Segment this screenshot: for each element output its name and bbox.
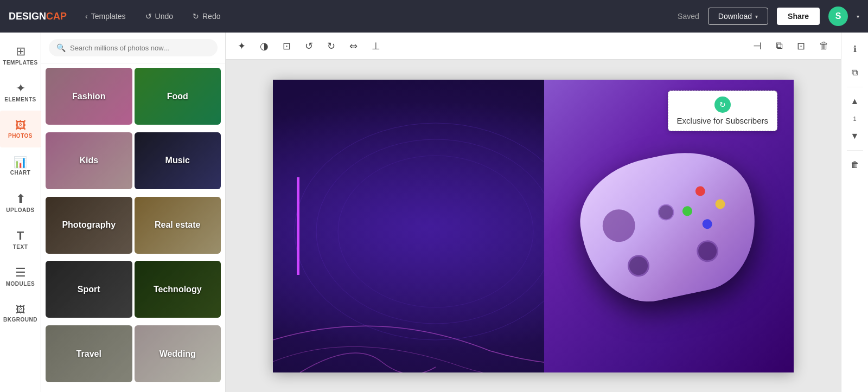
chevron-left-icon: ‹ — [85, 12, 88, 21]
magic-tool-button[interactable]: ✦ — [234, 38, 249, 54]
sidebar-item-uploads[interactable]: ⬆ UPLOADS — [0, 184, 41, 221]
exclusive-badge[interactable]: ↻ Exclusive for Subscribers — [668, 91, 777, 131]
layer-number: 1 — [853, 115, 856, 122]
sidebar-item-modules[interactable]: ☰ MODULES — [0, 258, 41, 295]
download-button[interactable]: Download ▾ — [708, 8, 768, 25]
sidebar-item-chart[interactable]: 📊 CHART — [0, 147, 41, 184]
modules-icon: ☰ — [15, 267, 26, 279]
right-panel: ℹ ⧉ ▲ 1 ▼ 🗑 — [841, 33, 868, 392]
avatar[interactable]: S — [828, 7, 848, 26]
logo-cap: CAP — [46, 11, 67, 22]
search-input-wrap[interactable]: 🔍 — [49, 39, 218, 56]
canvas-purple-bar — [297, 177, 299, 275]
sidebar-chart-label: CHART — [10, 170, 31, 176]
controller-thumbstick-left — [626, 253, 651, 278]
canvas-area: ✦ ◑ ⊡ ↺ ↻ ⇔ ⊥ ⊣ ⧉ ⊡ 🗑 — [226, 33, 841, 392]
align-tool-button[interactable]: ⊥ — [368, 38, 384, 54]
category-music-label: Music — [165, 156, 190, 165]
redo-label: Redo — [202, 12, 220, 21]
canvas[interactable]: 10 HACKS EVERY PRO GAMER SHOULD KNOW — [273, 80, 794, 372]
flip-tool-button[interactable]: ⇔ — [346, 38, 361, 54]
category-food-label: Food — [167, 92, 188, 101]
categories-grid: Fashion Food Kids Music — [41, 63, 225, 392]
avatar-chevron-icon: ▾ — [857, 14, 859, 20]
sidebar-item-text[interactable]: T TEXT — [0, 221, 41, 258]
search-icon: 🔍 — [56, 43, 66, 52]
templates-label: Templates — [91, 12, 126, 21]
sidebar-photos-label: PHOTOS — [8, 133, 33, 139]
app-logo: DESIGNCAP — [9, 11, 67, 22]
redo-tool-button[interactable]: ↻ — [324, 38, 339, 54]
templates-button[interactable]: ‹ Templates — [80, 9, 131, 24]
background-icon: 🖼 — [16, 305, 25, 314]
share-button[interactable]: Share — [777, 8, 820, 25]
controller-thumbstick-right — [694, 238, 720, 264]
text-icon: T — [17, 230, 24, 242]
undo-tool-button[interactable]: ↺ — [302, 38, 316, 54]
controller-dpad — [599, 206, 638, 245]
sidebar-item-photos[interactable]: 🖼 PHOTOS — [0, 111, 41, 147]
copy-right-button[interactable]: ⧉ — [845, 63, 865, 82]
sidebar-templates-label: TEMPLATES — [3, 60, 37, 66]
undo-button[interactable]: ↺ Undo — [140, 9, 178, 24]
undo-label: Undo — [155, 12, 173, 21]
contrast-tool-button[interactable]: ◑ — [257, 38, 272, 54]
category-technology-label: Technology — [154, 285, 202, 294]
sidebar-item-templates[interactable]: ⊞ TEMPLATES — [0, 37, 41, 74]
sidebar-item-elements[interactable]: ✦ ELEMENTS — [0, 74, 41, 111]
logo-design: DESIGN — [9, 11, 46, 22]
exclusive-badge-text: Exclusive for Subscribers — [677, 116, 768, 125]
delete-toolbar-button[interactable]: 🗑 — [816, 38, 832, 54]
search-input[interactable] — [70, 44, 210, 52]
delete-right-button[interactable]: 🗑 — [845, 155, 865, 175]
position-button[interactable]: ⊡ — [794, 38, 808, 54]
controller-center — [656, 202, 676, 222]
category-kids[interactable]: Kids — [46, 132, 132, 189]
category-realestate[interactable]: Real estate — [135, 197, 221, 254]
share-label: Share — [788, 12, 809, 21]
redo-button[interactable]: ↻ Redo — [187, 9, 226, 24]
photos-panel: 🔍 Fashion Food Kids — [41, 33, 226, 392]
category-fashion[interactable]: Fashion — [46, 68, 132, 125]
saved-status: Saved — [678, 12, 699, 21]
category-sport-label: Sport — [78, 285, 100, 294]
category-wedding-label: Wedding — [159, 349, 196, 359]
align-left-button[interactable]: ⊣ — [750, 38, 765, 54]
crop-tool-button[interactable]: ⊡ — [279, 38, 294, 54]
category-sport[interactable]: Sport — [46, 261, 132, 318]
sidebar-background-label: BKGROUND — [3, 317, 37, 323]
chevron-down-icon: ▾ — [755, 14, 758, 20]
category-kids-label: Kids — [79, 156, 98, 165]
canvas-wrapper[interactable]: 10 HACKS EVERY PRO GAMER SHOULD KNOW — [226, 60, 841, 392]
category-food[interactable]: Food — [135, 68, 221, 125]
elements-icon: ✦ — [16, 82, 25, 94]
sidebar-modules-label: MODULES — [6, 281, 35, 287]
uploads-icon: ⬆ — [16, 193, 25, 205]
move-down-button[interactable]: ▼ — [845, 126, 865, 146]
move-up-button[interactable]: ▲ — [845, 92, 865, 111]
top-nav: DESIGNCAP ‹ Templates ↺ Undo ↻ Redo Save… — [0, 0, 868, 33]
main-body: ⊞ TEMPLATES ✦ ELEMENTS 🖼 PHOTOS 📊 CHART … — [0, 33, 868, 392]
download-label: Download — [718, 12, 752, 21]
category-technology[interactable]: Technology — [135, 261, 221, 318]
layers-button[interactable]: ⧉ — [773, 38, 786, 54]
properties-button[interactable]: ℹ — [845, 39, 865, 59]
sidebar-uploads-label: UPLOADS — [6, 207, 34, 213]
controller-buttons — [678, 182, 730, 233]
exclusive-icon: ↻ — [714, 97, 731, 113]
category-fashion-label: Fashion — [72, 92, 105, 101]
category-realestate-label: Real estate — [155, 220, 201, 230]
chart-icon: 📊 — [14, 157, 27, 168]
category-photography[interactable]: Photography — [46, 197, 132, 254]
category-music[interactable]: Music — [135, 132, 221, 189]
right-panel-separator — [847, 87, 863, 87]
undo-icon: ↺ — [145, 12, 152, 21]
sidebar-item-background[interactable]: 🖼 BKGROUND — [0, 295, 41, 332]
redo-icon: ↻ — [193, 12, 199, 21]
category-travel[interactable]: Travel — [46, 325, 132, 382]
templates-icon: ⊞ — [16, 46, 25, 57]
category-wedding[interactable]: Wedding — [135, 325, 221, 382]
category-photography-label: Photography — [62, 220, 116, 230]
category-travel-label: Travel — [76, 349, 101, 359]
sidebar: ⊞ TEMPLATES ✦ ELEMENTS 🖼 PHOTOS 📊 CHART … — [0, 33, 41, 392]
